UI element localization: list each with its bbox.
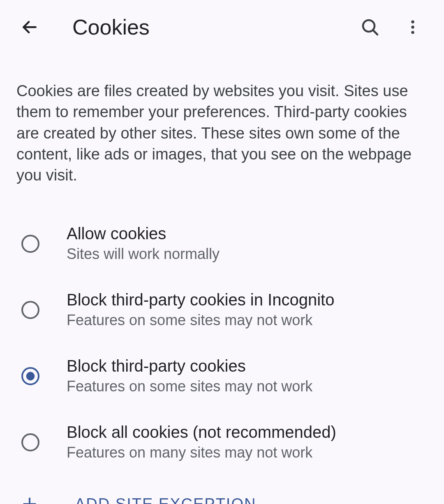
arrow-left-icon [21,18,39,36]
radio-allow-cookies[interactable] [21,234,40,254]
header-actions [358,16,424,39]
add-site-exception-label: ADD SITE EXCEPTION [75,495,256,504]
option-subtitle: Features on some sites may not work [67,312,428,329]
svg-point-7 [22,302,39,318]
header: Cookies [0,0,444,48]
add-site-exception-button[interactable]: ADD SITE EXCEPTION [0,475,444,504]
svg-point-10 [22,434,39,451]
search-button[interactable] [358,16,382,39]
cookies-description: Cookies are files created by websites yo… [0,48,444,186]
radio-block-all-cookies[interactable] [21,432,40,452]
svg-line-2 [373,30,377,35]
option-text: Allow cookies Sites will work normally [67,224,428,263]
option-subtitle: Sites will work normally [67,245,428,263]
svg-point-3 [411,21,414,23]
radio-block-third-party-incognito[interactable] [21,300,40,320]
option-text: Block third-party cookies in Incognito F… [67,291,428,329]
page-title: Cookies [72,15,345,39]
option-title: Block third-party cookies [67,357,428,375]
plus-icon [21,495,39,504]
svg-point-9 [26,372,35,381]
back-button[interactable] [18,16,41,39]
option-title: Block all cookies (not recommended) [67,423,428,442]
svg-point-5 [411,31,414,34]
search-icon [360,17,380,37]
option-block-third-party-incognito[interactable]: Block third-party cookies in Incognito F… [16,277,428,343]
radio-checked-icon [21,366,40,386]
option-title: Block third-party cookies in Incognito [67,291,428,309]
option-title: Allow cookies [67,224,428,243]
option-text: Block all cookies (not recommended) Feat… [67,423,428,461]
more-vert-icon [404,18,422,36]
option-text: Block third-party cookies Features on so… [67,357,428,395]
more-button[interactable] [401,16,424,39]
radio-unchecked-icon [21,234,40,254]
svg-point-4 [411,25,414,28]
radio-unchecked-icon [21,300,40,320]
svg-point-6 [22,236,39,252]
option-block-third-party[interactable]: Block third-party cookies Features on so… [16,343,428,409]
option-subtitle: Features on some sites may not work [67,378,428,395]
cookie-options: Allow cookies Sites will work normally B… [0,186,444,475]
option-allow-cookies[interactable]: Allow cookies Sites will work normally [16,210,428,277]
radio-block-third-party[interactable] [21,366,40,386]
option-subtitle: Features on many sites may not work [67,444,428,461]
radio-unchecked-icon [21,432,40,452]
option-block-all-cookies[interactable]: Block all cookies (not recommended) Feat… [16,409,428,475]
